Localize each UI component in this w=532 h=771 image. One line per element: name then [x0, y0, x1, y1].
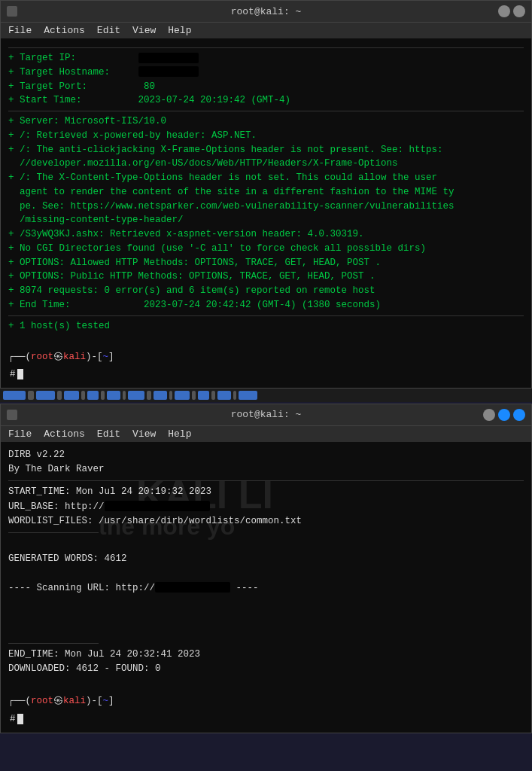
taskbar-scrollbar[interactable]: [0, 389, 532, 402]
dirb-url-base: URL_BASE: http://: [8, 500, 524, 514]
target-ip-redacted: [138, 53, 199, 63]
start-time-line: + Start Time: 2023-07-24 20:19:42 (GMT-4…: [8, 93, 524, 108]
scrollbar-segment-5[interactable]: [81, 391, 85, 400]
xpowered-line: + /: Retrieved x-powered-by header: ASP.…: [8, 129, 524, 143]
options-allowed-line: + OPTIONS: Allowed HTTP Methods: OPTIONS…: [8, 256, 524, 270]
bottom-prompt-user: root: [31, 694, 53, 709]
scrollbar-segment-4[interactable]: [64, 391, 79, 400]
prompt-path-top: ~: [103, 350, 109, 364]
menu-actions[interactable]: Actions: [44, 25, 85, 36]
bottom-right-control-2[interactable]: [498, 409, 510, 421]
top-prompt: ┌──(root㉿kali)-[~]: [8, 350, 524, 364]
prompt-user-top: root: [31, 350, 53, 364]
menu-file[interactable]: File: [8, 25, 32, 36]
top-titlebar: root@kali: ~: [1, 1, 531, 22]
scrollbar-segment-13[interactable]: [169, 391, 172, 400]
scrollbar-segment-9[interactable]: [123, 391, 126, 400]
right-control-2[interactable]: [513, 5, 525, 17]
scrollbar-segment-10[interactable]: [128, 391, 144, 400]
prompt-host-top: kali: [63, 350, 86, 364]
end-time-line: + End Time: 2023-07-24 20:42:42 (GMT-4) …: [8, 298, 524, 312]
hosts-tested-line: + 1 host(s) tested: [8, 319, 524, 334]
url-base-redacted: [105, 501, 210, 511]
bottom-menu-actions[interactable]: Actions: [44, 428, 85, 440]
scanning-url-redacted: [155, 582, 230, 593]
bottom-titlebar: root@kali: ~: [1, 404, 531, 425]
dirb-author: By The Dark Raver: [8, 462, 524, 477]
top-window-title: root@kali: ~: [231, 6, 302, 17]
bottom-prompt: ┌──(root㉿kali)-[~]: [8, 694, 524, 709]
bottom-menu-help[interactable]: Help: [168, 428, 191, 440]
bottom-terminal-window: root@kali: ~ File Actions Edit View Help…: [0, 404, 532, 733]
dirb-scanning: ---- Scanning URL: http:// ----: [8, 581, 524, 596]
scrollbar-segment-1[interactable]: [28, 391, 34, 400]
bottom-window-control-minimize[interactable]: [7, 410, 17, 420]
bottom-right-control-3[interactable]: [513, 409, 525, 421]
no-cgi-line: + No CGI Directories found (use '-C all'…: [8, 242, 524, 256]
bottom-prompt-host: kali: [63, 694, 86, 709]
bottom-menu-view[interactable]: View: [132, 428, 156, 440]
requests-line: + 8074 requests: 0 error(s) and 6 item(s…: [8, 284, 524, 298]
scrollbar-segment-19[interactable]: [233, 391, 236, 400]
target-hostname-redacted: [138, 66, 199, 77]
top-window-controls: [7, 6, 17, 17]
scrollbar-segment-0[interactable]: [3, 391, 26, 400]
top-terminal-body: + Target IP: + Target Hostname: + Target…: [1, 38, 531, 388]
target-port-line: + Target Port: 80: [8, 80, 524, 94]
scrollbar-segment-17[interactable]: [211, 391, 215, 400]
top-right-controls: [498, 5, 525, 17]
right-control-1[interactable]: [498, 5, 510, 17]
bottom-prompt-path: ~: [103, 694, 109, 709]
server-line: + Server: Microsoft-IIS/10.0: [8, 114, 524, 129]
top-prompt-hash: #: [8, 367, 524, 382]
bottom-window-controls: [7, 410, 17, 420]
scrollbar-segment-6[interactable]: [87, 391, 99, 400]
top-menubar: File Actions Edit View Help: [1, 22, 531, 38]
bottom-terminal-body: KALI LI the more yo DIRB v2.22 By The Da…: [1, 442, 531, 733]
menu-help[interactable]: Help: [168, 25, 191, 36]
top-terminal-window: root@kali: ~ File Actions Edit View Help…: [0, 0, 532, 389]
scrollbar-segment-7[interactable]: [101, 391, 105, 400]
scrollbar-segment-2[interactable]: [36, 391, 55, 400]
scrollbar-segment-8[interactable]: [107, 391, 120, 400]
scrollbar-segment-16[interactable]: [198, 391, 209, 400]
target-hostname-line: + Target Hostname:: [8, 66, 524, 80]
bottom-cursor: [17, 714, 23, 724]
bottom-right-control-1[interactable]: [483, 409, 495, 421]
dirb-generated-words: GENERATED WORDS: 4612: [8, 552, 524, 566]
scrollbar-segment-20[interactable]: [239, 391, 257, 400]
dirb-end-time: END_TIME: Mon Jul 24 20:32:41 2023: [8, 648, 524, 662]
dirb-start-time: START_TIME: Mon Jul 24 20:19:32 2023: [8, 485, 524, 499]
scrollbar-segment-3[interactable]: [57, 391, 62, 400]
window-control-minimize[interactable]: [7, 6, 17, 17]
dirb-wordlist: WORDLIST_FILES: /usr/share/dirb/wordlist…: [8, 514, 524, 529]
target-ip-line: + Target IP:: [8, 51, 524, 66]
xframe-line: + /: The anti-clickjacking X-Frame-Optio…: [8, 143, 524, 172]
menu-view[interactable]: View: [132, 25, 156, 36]
scrollbar-segment-14[interactable]: [175, 391, 190, 400]
xcontent-line: + /: The X-Content-Type-Options header i…: [8, 171, 524, 227]
bottom-window-title: root@kali: ~: [231, 409, 302, 420]
bottom-prompt-hash: #: [8, 712, 524, 727]
top-cursor: [17, 369, 23, 379]
scrollbar-segment-12[interactable]: [154, 391, 167, 400]
scrollbar-segment-15[interactable]: [192, 391, 196, 400]
options-public-line: + OPTIONS: Public HTTP Methods: OPTIONS,…: [8, 270, 524, 284]
scrollbar-segment-11[interactable]: [147, 391, 151, 400]
bottom-menubar: File Actions Edit View Help: [1, 425, 531, 442]
aspnet-version-line: + /S3yWQ3KJ.ashx: Retrieved x-aspnet-ver…: [8, 227, 524, 242]
menu-edit[interactable]: Edit: [97, 25, 120, 36]
dirb-downloaded: DOWNLOADED: 4612 - FOUND: 0: [8, 662, 524, 676]
bottom-menu-edit[interactable]: Edit: [97, 428, 120, 440]
bottom-menu-file[interactable]: File: [8, 428, 32, 440]
dirb-version: DIRB v2.22: [8, 448, 524, 462]
scrollbar-segment-18[interactable]: [217, 391, 231, 400]
bottom-right-controls: [483, 409, 525, 421]
